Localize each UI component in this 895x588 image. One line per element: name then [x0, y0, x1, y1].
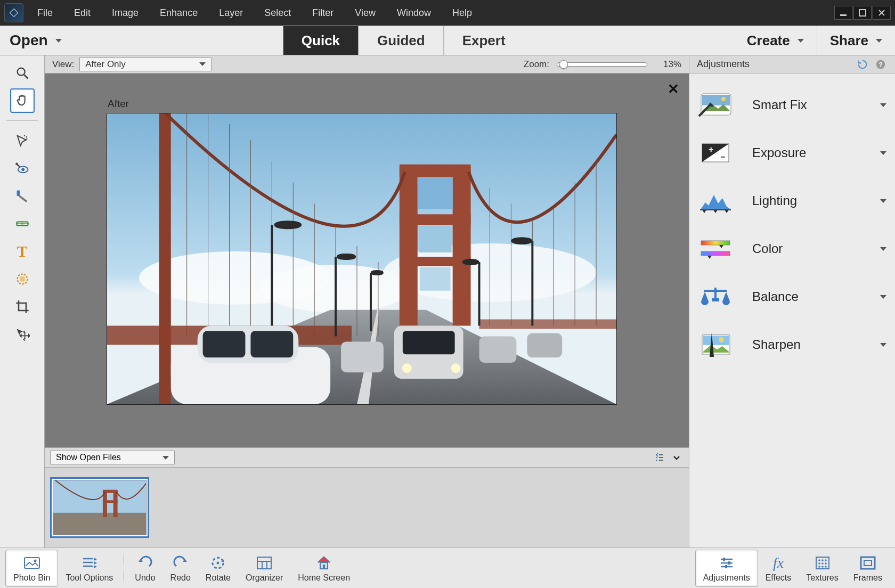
zoom-slider[interactable] — [557, 62, 647, 67]
smart-fix-icon — [697, 91, 734, 119]
menu-window[interactable]: Window — [394, 5, 434, 21]
adjustment-exposure[interactable]: +− Exposure — [689, 129, 895, 177]
maximize-button[interactable] — [853, 6, 872, 20]
help-icon[interactable]: ? — [874, 58, 888, 71]
type-tool[interactable]: T — [10, 239, 35, 264]
tab-expert[interactable]: Expert — [444, 26, 524, 55]
svg-marker-96 — [707, 256, 712, 259]
svg-rect-2 — [859, 10, 866, 16]
create-dropdown[interactable]: Create — [734, 26, 817, 55]
svg-rect-65 — [250, 331, 293, 358]
adjustment-label: Lighting — [752, 193, 862, 208]
bb-label: Organizer — [246, 573, 283, 583]
bottombar: Photo Bin Tool Options Undo Redo Rotate … — [0, 548, 895, 588]
svg-rect-25 — [400, 167, 418, 326]
svg-point-122 — [821, 559, 824, 561]
adjustments-list: Smart Fix +− Exposure Lighting — [689, 74, 895, 548]
zoom-slider-thumb[interactable] — [559, 60, 568, 69]
hand-tool[interactable] — [10, 88, 35, 113]
quick-selection-tool[interactable] — [10, 128, 35, 153]
view-dropdown[interactable]: After Only — [79, 58, 211, 71]
adjustment-lighting[interactable]: Lighting — [689, 177, 895, 225]
adjustments-tab-button[interactable]: Adjustments — [695, 550, 758, 587]
effects-icon: fx — [769, 554, 787, 572]
photobin-icon — [23, 554, 41, 572]
tab-guided[interactable]: Guided — [359, 26, 444, 55]
home-screen-button[interactable]: Home Screen — [290, 550, 357, 587]
zoom-tool[interactable] — [10, 61, 35, 85]
menu-file[interactable]: File — [34, 5, 56, 21]
svg-point-5 — [17, 68, 25, 76]
adjustments-title: Adjustments — [697, 59, 750, 70]
svg-rect-27 — [400, 165, 471, 177]
photobin-filter-dropdown[interactable]: Show Open Files — [50, 451, 175, 464]
move-tool[interactable] — [10, 322, 35, 347]
menu-layer[interactable]: Layer — [216, 5, 246, 21]
textures-tab-button[interactable]: Textures — [799, 550, 845, 587]
photobin-button[interactable]: Photo Bin — [5, 550, 58, 587]
svg-rect-66 — [341, 341, 384, 372]
menu-select[interactable]: Select — [261, 5, 294, 21]
photobin-menu-icon[interactable] — [653, 451, 666, 464]
photobin-collapse-icon[interactable] — [670, 451, 684, 464]
adjustment-color[interactable]: Color — [689, 225, 895, 273]
svg-point-107 — [217, 561, 219, 564]
svg-point-70 — [451, 363, 461, 373]
straighten-tool[interactable] — [10, 211, 35, 236]
tool-options-icon — [80, 554, 99, 572]
tab-quick[interactable]: Quick — [283, 26, 359, 55]
svg-point-126 — [825, 562, 827, 565]
menu-view[interactable]: View — [352, 5, 379, 21]
chevron-down-icon — [876, 39, 882, 43]
open-dropdown[interactable]: Open — [0, 26, 72, 55]
photobin-strip — [45, 468, 689, 548]
menu-filter[interactable]: Filter — [309, 5, 337, 21]
chevron-down-icon — [880, 103, 886, 107]
close-button[interactable] — [873, 6, 891, 20]
menu-enhance[interactable]: Enhance — [157, 5, 201, 21]
adjustment-smart-fix[interactable]: Smart Fix — [689, 81, 895, 129]
svg-rect-29 — [400, 257, 471, 266]
organizer-button[interactable]: Organizer — [238, 550, 290, 587]
svg-point-55 — [338, 255, 355, 259]
svg-rect-74 — [53, 513, 146, 535]
svg-text:−: − — [720, 152, 725, 161]
undo-button[interactable]: Undo — [127, 550, 162, 587]
rotate-button[interactable]: Rotate — [198, 550, 238, 587]
svg-point-53 — [275, 222, 300, 228]
svg-rect-12 — [17, 191, 20, 197]
effects-tab-button[interactable]: fx Effects — [758, 550, 799, 587]
sharpen-icon — [697, 330, 734, 359]
home-icon — [315, 554, 333, 572]
svg-point-129 — [825, 566, 827, 568]
svg-rect-71 — [479, 336, 517, 363]
frames-tab-button[interactable]: Frames — [846, 550, 890, 587]
close-document-button[interactable]: ✕ — [668, 81, 679, 97]
reset-icon[interactable] — [856, 58, 869, 71]
adjustment-balance[interactable]: Balance — [689, 273, 895, 321]
whiten-teeth-tool[interactable] — [10, 184, 35, 208]
photobin-thumbnail[interactable] — [50, 477, 149, 538]
menu-help[interactable]: Help — [449, 5, 475, 21]
tool-options-button[interactable]: Tool Options — [58, 550, 120, 587]
redo-button[interactable]: Redo — [163, 550, 198, 587]
share-dropdown[interactable]: Share — [817, 26, 895, 55]
red-eye-tool[interactable] — [10, 156, 35, 181]
exposure-icon: +− — [697, 138, 734, 167]
svg-marker-91 — [713, 210, 718, 213]
bb-label: Undo — [135, 573, 155, 583]
minimize-button[interactable] — [834, 6, 852, 20]
svg-point-128 — [821, 566, 824, 568]
crop-tool[interactable] — [10, 295, 35, 319]
bb-label: Rotate — [206, 573, 231, 583]
adjustment-label: Smart Fix — [752, 97, 862, 112]
svg-point-123 — [825, 559, 827, 561]
svg-point-83 — [721, 97, 726, 101]
spot-heal-tool[interactable] — [10, 267, 35, 291]
canvas[interactable]: ✕ After — [45, 74, 689, 447]
menu-image[interactable]: Image — [109, 5, 142, 21]
chevron-down-icon — [880, 295, 886, 299]
menu-edit[interactable]: Edit — [71, 5, 94, 21]
svg-rect-95 — [701, 251, 730, 256]
adjustment-sharpen[interactable]: Sharpen — [689, 321, 895, 369]
